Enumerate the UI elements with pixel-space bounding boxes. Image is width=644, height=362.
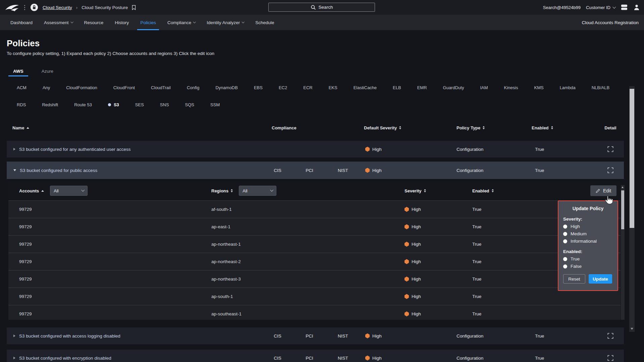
service-chip-kinesis[interactable]: Kinesis [504, 85, 518, 90]
nav-item-compliance[interactable]: Compliance [162, 15, 201, 30]
service-chip-guardduty[interactable]: GuardDuty [443, 85, 464, 90]
service-chip-ec2[interactable]: EC2 [279, 85, 287, 90]
service-chip-cloudtrail[interactable]: CloudTrail [151, 85, 171, 90]
expand-right-icon[interactable] [13, 148, 15, 150]
service-chip-redshift[interactable]: Redshift [42, 102, 58, 107]
service-chip-rds[interactable]: RDS [17, 102, 26, 107]
chat-icon[interactable] [621, 4, 628, 11]
edit-button[interactable]: Edit [590, 185, 616, 196]
account-region-row[interactable]: 99729 ap-northeast-1 High True [8, 235, 621, 253]
radio-icon[interactable] [563, 225, 567, 229]
account-region-row[interactable]: 99729 ap-northeast-3 High True [8, 270, 621, 288]
expand-down-icon[interactable] [13, 169, 16, 171]
policy-row[interactable]: S3 bucket configured with access logging… [7, 327, 624, 344]
page-scrollbar[interactable] [629, 86, 635, 332]
account-region-row[interactable]: 99729 ap-south-1 High True [8, 288, 621, 305]
account-region-row[interactable]: 99729 ap-east-1 High True [8, 218, 621, 235]
account-region-row[interactable]: 99729 ap-northeast-2 High True [8, 253, 621, 270]
enabled-column-header[interactable]: Enabled [472, 188, 489, 193]
policy-row-expanded[interactable]: S3 bucket configured for public access C… [7, 162, 624, 179]
nav-item-resource[interactable]: Resource [78, 15, 109, 30]
cloud-accounts-registration-link[interactable]: Cloud Accounts Registration [582, 15, 639, 30]
service-chip-cloudfront[interactable]: CloudFront [113, 85, 135, 90]
nav-item-assessment[interactable]: Assessment [38, 15, 78, 30]
bookmark-icon[interactable] [132, 5, 136, 10]
service-chip-lambda[interactable]: Lambda [560, 85, 576, 90]
service-chip-emr[interactable]: EMR [417, 85, 427, 90]
radio-option-medium[interactable]: Medium [563, 231, 613, 236]
global-search[interactable]: Search [268, 3, 375, 12]
radio-option-high[interactable]: High [563, 224, 613, 229]
service-chip-eks[interactable]: EKS [329, 85, 337, 90]
radio-icon[interactable] [563, 239, 567, 243]
service-chip-ssm[interactable]: SSM [210, 102, 220, 107]
service-chip-config[interactable]: Config [187, 85, 200, 90]
detail-expand-button[interactable] [597, 146, 624, 152]
policy-name[interactable]: S3 bucket configured with access logging… [19, 334, 120, 339]
service-chip-route53[interactable]: Route 53 [74, 102, 92, 107]
service-chip-elasticache[interactable]: ElastiCache [354, 85, 377, 90]
radio-icon[interactable] [563, 257, 567, 261]
regions-filter-dropdown[interactable]: All [239, 186, 276, 196]
radio-option-false[interactable]: False [563, 264, 613, 269]
service-chip-acm[interactable]: ACM [17, 85, 26, 90]
service-chip-ecr[interactable]: ECR [303, 85, 312, 90]
service-chip-elb[interactable]: ELB [393, 85, 401, 90]
service-chip-iam[interactable]: IAM [480, 85, 488, 90]
radio-option-informational[interactable]: Informational [563, 239, 613, 244]
panel-scrollbar[interactable] [621, 185, 625, 320]
column-header-name[interactable]: Name [7, 125, 262, 130]
policy-name[interactable]: S3 bucket configured for public access [20, 168, 97, 173]
service-chip-kms[interactable]: KMS [534, 85, 543, 90]
expand-right-icon[interactable] [13, 357, 15, 359]
service-chip-sns[interactable]: SNS [160, 102, 169, 107]
reset-button[interactable]: Reset [563, 274, 585, 284]
scrollbar-thumb[interactable] [621, 190, 624, 229]
service-chip-nlb-alb[interactable]: NLB/ALB [592, 85, 609, 90]
customer-id-menu[interactable]: Customer ID [586, 5, 615, 10]
policy-name[interactable]: S3 bucket configured for any authenticat… [19, 147, 130, 152]
detail-expand-button[interactable] [597, 167, 624, 173]
falcon-logo-icon[interactable] [4, 3, 19, 12]
account-region-row[interactable]: 99729 ap-southeast-1 High True [8, 305, 621, 320]
scrollbar-thumb[interactable] [630, 89, 634, 228]
tab-aws[interactable]: AWS [8, 66, 28, 76]
service-chip-sqs[interactable]: SQS [185, 102, 194, 107]
nav-item-dashboard[interactable]: Dashboard [5, 15, 38, 30]
policy-name[interactable]: S3 bucket configured with encryption dis… [19, 356, 111, 361]
detail-expand-button[interactable] [597, 355, 624, 361]
service-chip-s3-selected[interactable]: S3 [108, 102, 119, 107]
account-region-row[interactable]: 99729 af-south-1 High True [8, 200, 621, 218]
scroll-up-icon[interactable] [622, 186, 624, 188]
tab-azure[interactable]: Azure [37, 66, 58, 76]
nav-item-identity-analyzer[interactable]: Identity Analyzer [201, 15, 250, 30]
scroll-down-icon[interactable] [631, 328, 633, 330]
detail-expand-button[interactable] [597, 333, 624, 339]
nav-item-policies[interactable]: Policies [135, 15, 162, 30]
radio-icon[interactable] [563, 264, 567, 268]
menu-dots-icon[interactable] [23, 5, 26, 10]
service-chip-ebs[interactable]: EBS [254, 85, 263, 90]
radio-option-true[interactable]: True [563, 256, 613, 261]
user-icon[interactable] [633, 4, 640, 11]
accounts-filter-dropdown[interactable]: All [50, 186, 88, 196]
expand-right-icon[interactable] [13, 335, 15, 337]
service-chip-cloudformation[interactable]: CloudFormation [66, 85, 97, 90]
accounts-column-header[interactable]: Accounts [19, 188, 39, 193]
service-chip-any[interactable]: Any [43, 85, 50, 90]
service-chip-ses[interactable]: SES [135, 102, 144, 107]
breadcrumb-root-link[interactable]: Cloud Security [43, 5, 72, 10]
update-button[interactable]: Update [589, 274, 612, 284]
policy-row[interactable]: S3 bucket configured for any authenticat… [7, 141, 624, 158]
nav-item-schedule[interactable]: Schedule [250, 15, 280, 30]
regions-column-header[interactable]: Regions [211, 188, 228, 193]
policy-row[interactable]: S3 bucket configured with encryption dis… [7, 350, 624, 362]
radio-icon[interactable] [563, 232, 567, 236]
column-header-enabled[interactable]: Enabled [528, 125, 597, 130]
service-chip-dynamodb[interactable]: DynamoDB [215, 85, 237, 90]
column-header-default-severity[interactable]: Default Severity [361, 125, 452, 130]
column-header-policy-type[interactable]: Policy Type [452, 125, 528, 130]
policy-type: Configuration [452, 147, 528, 152]
severity-column-header[interactable]: Severity [405, 188, 472, 193]
nav-item-history[interactable]: History [109, 15, 135, 30]
